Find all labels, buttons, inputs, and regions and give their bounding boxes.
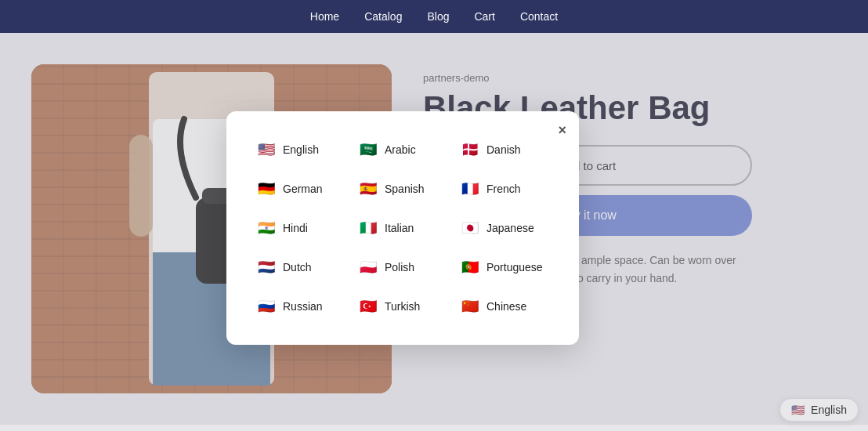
flag-french: 🇫🇷 [460,179,480,199]
flag-spanish: 🇪🇸 [358,179,378,199]
lang-label-portuguese: Portuguese [486,261,543,273]
flag-hindi: 🇮🇳 [256,218,277,238]
lang-item-dutch[interactable]: 🇳🇱Dutch [251,251,350,284]
lang-label-chinese: Chinese [486,300,526,313]
flag-dutch: 🇳🇱 [256,257,277,277]
lang-item-german[interactable]: 🇩🇪German [251,172,350,205]
flag-english: 🇺🇸 [256,139,277,160]
lang-item-japanese[interactable]: 🇯🇵Japanese [455,212,554,244]
language-modal: × 🇺🇸English🇸🇦Arabic🇩🇰Danish🇩🇪German🇪🇸Spa… [226,111,579,345]
lang-item-hindi[interactable]: 🇮🇳Hindi [251,212,350,244]
lang-label-japanese: Japanese [486,222,534,234]
lang-item-spanish[interactable]: 🇪🇸Spanish [353,172,452,205]
lang-item-danish[interactable]: 🇩🇰Danish [455,133,554,166]
lang-item-russian[interactable]: 🇷🇺Russian [251,290,350,323]
lang-item-turkish[interactable]: 🇹🇷Turkish [353,290,452,323]
lang-label-russian: Russian [283,300,323,313]
lang-item-english[interactable]: 🇺🇸English [251,133,350,166]
lang-label-english: English [283,143,319,156]
lang-item-chinese[interactable]: 🇨🇳Chinese [455,290,554,323]
flag-portuguese: 🇵🇹 [460,257,480,277]
nav-link-blog[interactable]: Blog [427,10,449,23]
nav-link-home[interactable]: Home [310,10,339,23]
modal-close-button[interactable]: × [558,122,566,139]
navbar: HomeCatalogBlogCartContact [0,0,868,33]
lang-item-polish[interactable]: 🇵🇱Polish [353,251,452,284]
lang-label-hindi: Hindi [283,222,308,234]
lang-item-arabic[interactable]: 🇸🇦Arabic [353,133,452,166]
nav-link-catalog[interactable]: Catalog [364,10,402,23]
flag-polish: 🇵🇱 [358,257,378,277]
flag-japanese: 🇯🇵 [460,218,480,238]
flag-italian: 🇮🇹 [358,218,378,238]
modal-overlay: × 🇺🇸English🇸🇦Arabic🇩🇰Danish🇩🇪German🇪🇸Spa… [0,33,868,425]
lang-label-italian: Italian [385,222,414,234]
flag-turkish: 🇹🇷 [358,296,378,317]
lang-item-portuguese[interactable]: 🇵🇹Portuguese [455,251,554,284]
flag-danish: 🇩🇰 [460,139,480,160]
language-grid: 🇺🇸English🇸🇦Arabic🇩🇰Danish🇩🇪German🇪🇸Spani… [251,133,554,323]
lang-label-french: French [486,183,521,195]
lang-label-polish: Polish [385,261,414,273]
lang-label-dutch: Dutch [283,261,312,273]
lang-label-danish: Danish [486,143,521,156]
flag-russian: 🇷🇺 [256,296,277,317]
flag-chinese: 🇨🇳 [460,296,480,317]
flag-german: 🇩🇪 [256,179,277,199]
main-content: partners-demo Black Leather Bag Add to c… [0,33,868,425]
flag-arabic: 🇸🇦 [358,139,378,160]
nav-link-cart[interactable]: Cart [474,10,494,23]
lang-label-german: German [283,183,323,195]
lang-label-turkish: Turkish [385,300,420,313]
lang-item-french[interactable]: 🇫🇷French [455,172,554,205]
lang-label-arabic: Arabic [385,143,416,156]
lang-item-italian[interactable]: 🇮🇹Italian [353,212,452,244]
lang-label-spanish: Spanish [385,183,425,195]
nav-link-contact[interactable]: Contact [520,10,558,23]
